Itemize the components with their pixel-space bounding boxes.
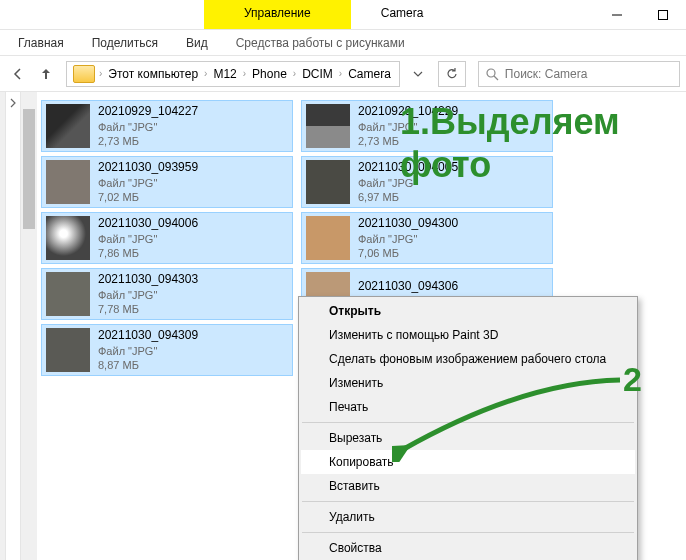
- file-thumbnail: [46, 104, 90, 148]
- svg-rect-0: [659, 10, 668, 19]
- back-button[interactable]: [6, 62, 30, 86]
- search-box[interactable]: [478, 61, 680, 87]
- file-item[interactable]: 20211030_093959Файл "JPG"7,02 МБ: [41, 156, 293, 208]
- address-dropdown[interactable]: [406, 69, 430, 79]
- file-item[interactable]: 20211030_094300Файл "JPG"7,06 МБ: [301, 212, 553, 264]
- file-size: 6,97 МБ: [358, 190, 458, 204]
- context-menu: Открыть Изменить с помощью Paint 3D Сдел…: [298, 296, 638, 560]
- file-item[interactable]: 20211030_094006Файл "JPG"7,86 МБ: [41, 212, 293, 264]
- file-thumbnail: [306, 160, 350, 204]
- menu-separator: [302, 501, 634, 502]
- crumb[interactable]: DCIM: [300, 67, 335, 81]
- file-name: 20211030_094303: [98, 272, 198, 288]
- file-thumbnail: [46, 216, 90, 260]
- search-icon: [485, 67, 499, 81]
- file-thumbnail: [46, 160, 90, 204]
- search-input[interactable]: [505, 67, 673, 81]
- file-size: 2,73 МБ: [98, 134, 198, 148]
- ribbon-context-tab[interactable]: Управление: [204, 0, 351, 29]
- file-name: 20211030_094005: [358, 160, 458, 176]
- titlebar: Управление Camera: [0, 0, 686, 30]
- menu-separator: [302, 532, 634, 533]
- tab-view[interactable]: Вид: [174, 32, 220, 54]
- file-size: 7,86 МБ: [98, 246, 198, 260]
- up-button[interactable]: [34, 62, 58, 86]
- menu-open[interactable]: Открыть: [301, 299, 635, 323]
- file-name: 20211030_094306: [358, 279, 458, 295]
- address-bar-row: › Этот компьютер › M12 › Phone › DCIM › …: [0, 56, 686, 92]
- file-item[interactable]: 20211030_094303Файл "JPG"7,78 МБ: [41, 268, 293, 320]
- file-thumbnail: [306, 216, 350, 260]
- ribbon-tabs: Главная Поделиться Вид Средства работы с…: [0, 30, 686, 56]
- file-size: 2,73 МБ: [358, 134, 458, 148]
- file-type: Файл "JPG": [358, 176, 458, 190]
- file-name: 20211030_093959: [98, 160, 198, 176]
- file-size: 7,78 МБ: [98, 302, 198, 316]
- maximize-button[interactable]: [640, 0, 686, 29]
- file-name: 20211030_094300: [358, 216, 458, 232]
- menu-edit-paint3d[interactable]: Изменить с помощью Paint 3D: [301, 323, 635, 347]
- nav-pane-toggle[interactable]: [6, 92, 20, 560]
- chevron-right-icon: ›: [243, 68, 246, 79]
- file-size: 7,06 МБ: [358, 246, 458, 260]
- menu-set-wallpaper[interactable]: Сделать фоновым изображением рабочего ст…: [301, 347, 635, 371]
- file-type: Файл "JPG": [358, 232, 458, 246]
- chevron-right-icon: ›: [204, 68, 207, 79]
- file-item[interactable]: 20211030_094309Файл "JPG"8,87 МБ: [41, 324, 293, 376]
- file-item[interactable]: 20210929_104227Файл "JPG"2,73 МБ: [41, 100, 293, 152]
- file-name: 20210929_104229: [358, 104, 458, 120]
- svg-point-1: [487, 69, 495, 77]
- scrollbar-vertical[interactable]: [20, 92, 37, 560]
- file-name: 20211030_094006: [98, 216, 198, 232]
- file-item[interactable]: 20211030_094005Файл "JPG"6,97 МБ: [301, 156, 553, 208]
- file-thumbnail: [46, 328, 90, 372]
- crumb[interactable]: M12: [211, 67, 238, 81]
- menu-copy[interactable]: Копировать: [301, 450, 635, 474]
- file-name: 20211030_094309: [98, 328, 198, 344]
- chevron-right-icon: ›: [339, 68, 342, 79]
- menu-delete[interactable]: Удалить: [301, 505, 635, 529]
- file-size: 8,87 МБ: [98, 358, 198, 372]
- crumb[interactable]: Phone: [250, 67, 289, 81]
- file-size: 7,02 МБ: [98, 190, 198, 204]
- chevron-right-icon: ›: [99, 68, 102, 79]
- menu-print[interactable]: Печать: [301, 395, 635, 419]
- crumb[interactable]: Этот компьютер: [106, 67, 200, 81]
- file-type: Файл "JPG": [98, 120, 198, 134]
- file-name: 20210929_104227: [98, 104, 198, 120]
- breadcrumb[interactable]: › Этот компьютер › M12 › Phone › DCIM › …: [66, 61, 400, 87]
- tab-picture-tools[interactable]: Средства работы с рисунками: [224, 32, 417, 54]
- menu-separator: [302, 422, 634, 423]
- tab-home[interactable]: Главная: [6, 32, 76, 54]
- tab-share[interactable]: Поделиться: [80, 32, 170, 54]
- menu-paste[interactable]: Вставить: [301, 474, 635, 498]
- file-type: Файл "JPG": [98, 232, 198, 246]
- file-type: Файл "JPG": [358, 120, 458, 134]
- scroll-thumb[interactable]: [23, 109, 35, 229]
- menu-properties[interactable]: Свойства: [301, 536, 635, 560]
- file-type: Файл "JPG": [98, 176, 198, 190]
- window-title: Camera: [351, 0, 454, 29]
- folder-icon: [73, 65, 95, 83]
- file-type: Файл "JPG": [98, 344, 198, 358]
- file-thumbnail: [306, 104, 350, 148]
- file-type: Файл "JPG": [98, 288, 198, 302]
- refresh-button[interactable]: [438, 61, 466, 87]
- menu-edit[interactable]: Изменить: [301, 371, 635, 395]
- crumb[interactable]: Camera: [346, 67, 393, 81]
- minimize-button[interactable]: [594, 0, 640, 29]
- file-item[interactable]: 20210929_104229Файл "JPG"2,73 МБ: [301, 100, 553, 152]
- file-thumbnail: [46, 272, 90, 316]
- menu-cut[interactable]: Вырезать: [301, 426, 635, 450]
- chevron-right-icon: ›: [293, 68, 296, 79]
